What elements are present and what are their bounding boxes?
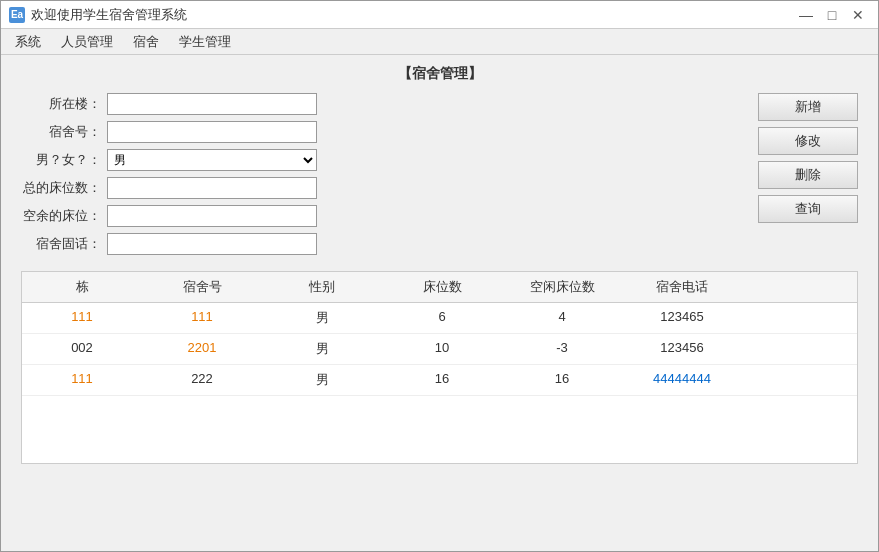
cell-gender: 男 [262,307,382,329]
field-row-total-beds: 总的床位数： [21,177,738,199]
delete-button[interactable]: 删除 [758,161,858,189]
table-row[interactable]: 111 222 男 16 16 44444444 [22,365,857,396]
cell-beds: 6 [382,307,502,329]
app-icon: Ea [9,7,25,23]
menu-item-student[interactable]: 学生管理 [169,30,241,54]
cell-building: 002 [22,338,142,360]
close-button[interactable]: ✕ [846,5,870,25]
field-row-gender: 男？女？： 男 女 [21,149,738,171]
cell-phone: 123456 [622,338,742,360]
th-building: 栋 [22,276,142,298]
edit-button[interactable]: 修改 [758,127,858,155]
label-phone: 宿舍固话： [21,235,101,253]
label-building: 所在楼： [21,95,101,113]
select-gender[interactable]: 男 女 [107,149,317,171]
query-button[interactable]: 查询 [758,195,858,223]
th-free-beds: 空闲床位数 [502,276,622,298]
table-section: 栋 宿舍号 性别 床位数 空闲床位数 宿舍电话 111 111 男 6 4 12… [21,271,858,464]
cell-room: 222 [142,369,262,391]
menu-bar: 系统 人员管理 宿舍 学生管理 [1,29,878,55]
cell-room[interactable]: 2201 [142,338,262,360]
label-free-beds: 空余的床位： [21,207,101,225]
cell-gender: 男 [262,369,382,391]
window-title: 欢迎使用学生宿舍管理系统 [31,6,794,24]
field-row-free-beds: 空余的床位： [21,205,738,227]
label-total-beds: 总的床位数： [21,179,101,197]
th-phone: 宿舍电话 [622,276,742,298]
menu-item-dorm[interactable]: 宿舍 [123,30,169,54]
menu-item-system[interactable]: 系统 [5,30,51,54]
minimize-button[interactable]: — [794,5,818,25]
field-row-room: 宿舍号： [21,121,738,143]
cell-beds: 16 [382,369,502,391]
section-title: 【宿舍管理】 [21,65,858,83]
th-gender: 性别 [262,276,382,298]
table-header: 栋 宿舍号 性别 床位数 空闲床位数 宿舍电话 [22,272,857,303]
input-free-beds[interactable] [107,205,317,227]
cell-building[interactable]: 111 [22,369,142,391]
add-button[interactable]: 新增 [758,93,858,121]
form-fields: 所在楼： 宿舍号： 男？女？： 男 女 总的床位数： [21,93,738,261]
label-room: 宿舍号： [21,123,101,141]
input-phone[interactable] [107,233,317,255]
cell-phone: 123465 [622,307,742,329]
main-window: Ea 欢迎使用学生宿舍管理系统 — □ ✕ 系统 人员管理 宿舍 学生管理 【宿… [0,0,879,552]
cell-free-beds: 4 [502,307,622,329]
cell-free-beds: 16 [502,369,622,391]
table-row[interactable]: 002 2201 男 10 -3 123456 [22,334,857,365]
cell-phone[interactable]: 44444444 [622,369,742,391]
menu-item-personnel[interactable]: 人员管理 [51,30,123,54]
cell-room[interactable]: 111 [142,307,262,329]
buttons-panel: 新增 修改 删除 查询 [758,93,858,261]
cell-free-beds: -3 [502,338,622,360]
cell-gender: 男 [262,338,382,360]
field-row-building: 所在楼： [21,93,738,115]
label-gender: 男？女？： [21,151,101,169]
window-controls: — □ ✕ [794,5,870,25]
maximize-button[interactable]: □ [820,5,844,25]
th-beds: 床位数 [382,276,502,298]
input-total-beds[interactable] [107,177,317,199]
cell-beds: 10 [382,338,502,360]
th-room: 宿舍号 [142,276,262,298]
cell-building[interactable]: 111 [22,307,142,329]
title-bar: Ea 欢迎使用学生宿舍管理系统 — □ ✕ [1,1,878,29]
input-building[interactable] [107,93,317,115]
input-room[interactable] [107,121,317,143]
table-body: 111 111 男 6 4 123465 002 2201 男 10 -3 12… [22,303,857,463]
form-area: 所在楼： 宿舍号： 男？女？： 男 女 总的床位数： [21,93,858,261]
table-row[interactable]: 111 111 男 6 4 123465 [22,303,857,334]
main-content: 【宿舍管理】 所在楼： 宿舍号： 男？女？： 男 女 [1,55,878,551]
app-icon-text: Ea [11,9,23,20]
field-row-phone: 宿舍固话： [21,233,738,255]
